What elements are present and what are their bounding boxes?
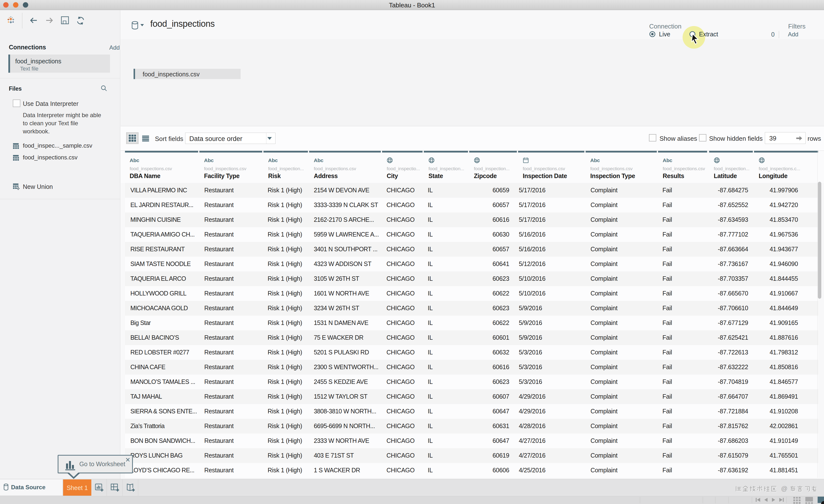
svg-text:@: @ bbox=[781, 485, 788, 492]
